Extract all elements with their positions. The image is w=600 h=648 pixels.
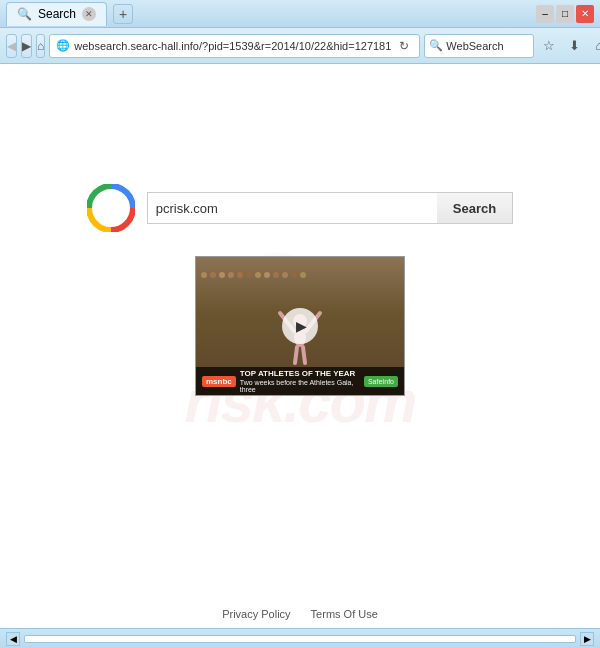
maximize-button[interactable]: □ (556, 5, 574, 23)
status-bar: ◀ ▶ (0, 628, 600, 648)
home-button[interactable]: ⌂ (36, 34, 45, 58)
svg-line-7 (303, 347, 305, 363)
close-button[interactable]: ✕ (576, 5, 594, 23)
page-footer: Privacy Policy Terms Of Use (222, 608, 378, 620)
navigation-bar: ◀ ▶ ⌂ 🌐 websearch.searc-hall.info/?pid=1… (0, 28, 600, 64)
title-bar: 🔍 Search ✕ + – □ ✕ (0, 0, 600, 28)
address-text: websearch.searc-hall.info/?pid=1539&r=20… (74, 40, 391, 52)
video-play-button[interactable]: ▶ (282, 308, 318, 344)
site-logo (87, 184, 135, 232)
browser-search-bar[interactable]: 🔍 WebSearch (424, 34, 534, 58)
refresh-button[interactable]: ↻ (395, 37, 413, 55)
title-bar-left: 🔍 Search ✕ + (6, 2, 536, 26)
window-controls: – □ ✕ (536, 5, 594, 23)
search-input[interactable] (147, 192, 437, 224)
search-bar-icon: 🔍 (429, 39, 443, 52)
search-section: Search (87, 184, 513, 232)
address-icon: 🌐 (56, 39, 70, 52)
tab-favicon: 🔍 (17, 7, 32, 21)
terms-of-use-link[interactable]: Terms Of Use (311, 608, 378, 620)
search-box: Search (147, 192, 513, 224)
privacy-policy-link[interactable]: Privacy Policy (222, 608, 290, 620)
browser-window: 🔍 Search ✕ + – □ ✕ ◀ ▶ ⌂ 🌐 websearch.sea… (0, 0, 600, 648)
home-icon[interactable]: ⌂ (588, 35, 600, 57)
bookmark-icon[interactable]: ☆ (538, 35, 560, 57)
tab-title: Search (38, 7, 76, 21)
video-safeinfo-badge: SafeInfo (364, 376, 398, 387)
play-icon: ▶ (296, 318, 307, 334)
nav-icon-group: ☆ ⬇ ⌂ ☰ (538, 35, 600, 57)
download-icon[interactable]: ⬇ (563, 35, 585, 57)
scroll-left-button[interactable]: ◀ (6, 632, 20, 646)
back-button[interactable]: ◀ (6, 34, 17, 58)
scroll-right-button[interactable]: ▶ (580, 632, 594, 646)
video-description: Two weeks before the Athletes Gala, thre… (240, 379, 360, 393)
scrollbar-track[interactable] (24, 635, 576, 643)
svg-point-1 (103, 200, 119, 216)
search-button[interactable]: Search (437, 192, 513, 224)
browser-tab[interactable]: 🔍 Search ✕ (6, 2, 107, 26)
address-bar[interactable]: 🌐 websearch.searc-hall.info/?pid=1539&r=… (49, 34, 420, 58)
minimize-button[interactable]: – (536, 5, 554, 23)
browser-search-input: WebSearch (446, 40, 529, 52)
video-thumbnail[interactable]: ▶ msnbc TOP ATHLETES OF THE YEAR Two wee… (195, 256, 405, 396)
video-section: ▶ msnbc TOP ATHLETES OF THE YEAR Two wee… (195, 256, 405, 396)
video-title: TOP ATHLETES OF THE YEAR (240, 369, 360, 378)
video-channel-logo: msnbc (202, 376, 236, 387)
page-content: 🔍 risk.com Search (0, 64, 600, 628)
new-tab-button[interactable]: + (113, 4, 133, 24)
svg-line-6 (295, 347, 297, 363)
tab-close-button[interactable]: ✕ (82, 7, 96, 21)
video-bar: msnbc TOP ATHLETES OF THE YEAR Two weeks… (196, 367, 404, 395)
forward-button[interactable]: ▶ (21, 34, 32, 58)
